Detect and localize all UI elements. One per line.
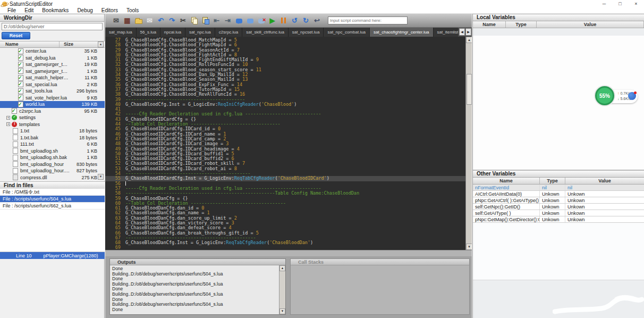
tree-item-111-txt[interactable]: 111.txt6 KB (0, 141, 105, 148)
tree-item-1-txt-bak[interactable]: 1.txt.bak18 bytes (0, 135, 105, 141)
open-folder-icon[interactable] (134, 16, 143, 25)
code-line-40[interactable]: 40G_ChaseBloodCfg.Inst = G_LogicEnv:ReqI… (105, 102, 465, 107)
tab-scroll-right-icon[interactable]: ▶ (465, 28, 471, 36)
cpu-gauge[interactable]: 55% (595, 86, 614, 105)
scroll-down-icon[interactable]: ▼ (466, 244, 472, 250)
cut-icon[interactable]: ✂ (179, 16, 188, 25)
undo-icon[interactable]: ↶ (156, 16, 165, 25)
speed-monitor-widget[interactable]: 55% ↑ 0.7K/s ↓ 5.6K/s (595, 86, 638, 106)
tab-sat_npcset-lua[interactable]: sat_npcset.lua (289, 28, 324, 37)
menu-tools[interactable]: Tools (122, 7, 143, 13)
editor-horizontal-scrollbar[interactable] (105, 250, 472, 256)
tab-sat_map-lua[interactable]: sat_map.lua (105, 28, 137, 37)
filetree-column-name[interactable]: Name (0, 41, 60, 47)
tree-item-bmt_uploadlog-sh-bak[interactable]: bmt_uploadlog.sh.bak1 KB (0, 154, 105, 161)
tree-scroll-up-icon[interactable]: ▲ (98, 41, 104, 47)
tree-item-bmt_uploadlog_hour-bak[interactable]: bmt_uploadlog_hour.bak827 bytes (0, 168, 105, 174)
tree-item-sat_gamejurger_t-[interactable]: sat_gamejurger_t…19 KB (0, 61, 105, 68)
tree-item-sat_tools-lua[interactable]: sat_tools.lua296 bytes (0, 88, 105, 95)
step-out-icon[interactable]: ↩ (312, 16, 321, 25)
mail-icon[interactable]: ✉ (145, 16, 154, 25)
step-into-icon[interactable]: ↻ (301, 16, 310, 25)
find-result[interactable]: File : /scripts/userfunc/662_s.lua (0, 203, 105, 210)
pause-icon[interactable] (279, 16, 288, 25)
scrollbar-thumb[interactable] (467, 74, 472, 105)
ov-column-name[interactable]: Name (473, 178, 540, 184)
tab-sat_chaosfightmgr_center-lua[interactable]: sat_chaosfightmgr_center.lua (370, 28, 434, 37)
run-icon[interactable]: ▶ (268, 16, 277, 25)
variable-row[interactable]: AICtrl:GetAIIntData(0)UnkownUnkown (473, 191, 644, 197)
redo-icon[interactable]: ↷ (167, 16, 176, 25)
copy-icon[interactable] (190, 16, 199, 25)
tree-item-sat_gamejurger_t-[interactable]: sat_gamejurger_t…1 KB (0, 68, 105, 75)
outputs-scroll-up-icon[interactable]: ▲ (279, 265, 285, 271)
menu-editors[interactable]: Editors (97, 7, 122, 13)
variable-row[interactable]: pNpc:GetMap():GetDirector():GetAI…Unkown… (473, 216, 644, 223)
tree-item-templates[interactable]: +templates (0, 121, 105, 128)
outputs-scroll-down-icon[interactable]: ▼ (279, 308, 285, 314)
variable-row[interactable]: pNpc:GetAICtrl( ):GetAIType()UnkownUnkow… (473, 197, 644, 204)
code-line-55[interactable]: 55G_ChaseBloodIDCardCfg.Inst = G_LogicEn… (105, 176, 465, 181)
lv-column-value[interactable]: Value (537, 21, 644, 28)
tab-sat_npc_combat-lua[interactable]: sat_npc_combat.lua (324, 28, 370, 37)
tab-c2srpc-lua[interactable]: c2srpc.lua (215, 28, 242, 37)
tree-item-c2srpc-lua[interactable]: c2srpc.lua95 KB (0, 108, 105, 115)
tab-scroll-left-icon[interactable]: ◀ (459, 28, 465, 36)
comment-bubble-icon[interactable] (234, 16, 243, 25)
tree-item-world-lua[interactable]: world.lua139 KB (0, 101, 105, 108)
tree-item-sat_debug-lua[interactable]: sat_debug.lua1 KB (0, 55, 105, 62)
menu-edit[interactable]: Edit (20, 7, 38, 13)
scroll-up-icon[interactable]: ▲ (466, 37, 472, 43)
bookmark-bubble-icon[interactable] (245, 16, 255, 25)
ov-column-value[interactable]: Value (565, 178, 644, 184)
indent-icon[interactable]: ⇥ (223, 16, 232, 25)
expand-icon[interactable]: + (6, 122, 10, 126)
tree-item-bmt_uploadlog_hour[interactable]: bmt_uploadlog_hour830 bytes (0, 161, 105, 168)
tree-item-sat_match_helper-[interactable]: sat_match_helper…11 KB (0, 74, 105, 81)
workingdir-input[interactable] (2, 23, 103, 30)
code-line-68[interactable]: 68G_ChaseBloodDanCfg.Inst = G_LogicEnv:R… (105, 240, 465, 245)
find-result[interactable]: File : /GM指令.txt (0, 189, 105, 196)
tree-item-compress-dll[interactable]: compress.dll275 KB (0, 174, 105, 181)
lv-column-name[interactable]: Name (473, 21, 506, 28)
close-button[interactable]: × (628, 0, 644, 7)
variable-row[interactable]: self:GetAIType( )UnkownUnkown (473, 210, 644, 216)
editor-vertical-scrollbar[interactable]: ▲ ▼ (465, 37, 472, 250)
variable-row[interactable]: nFormatEventIdnilnil (473, 185, 644, 191)
expand-icon[interactable]: + (6, 116, 10, 120)
save-icon[interactable]: ▦ (123, 16, 132, 25)
reset-button[interactable]: Reset (2, 32, 30, 39)
tab-56_s-lua[interactable]: 56_s.lua (137, 28, 160, 37)
step-over-icon[interactable]: ↺ (290, 16, 299, 25)
clear-breakpoints-icon[interactable] (257, 16, 266, 25)
lv-column-type[interactable]: Type (506, 21, 537, 28)
menu-bookmarks[interactable]: Bookmarks (38, 7, 73, 13)
ov-column-type[interactable]: Type (540, 178, 565, 184)
tree-item-1-txt[interactable]: 1.txt18 bytes (0, 128, 105, 135)
tree-item-sat_special-lua[interactable]: sat_special.lua2 KB (0, 81, 105, 88)
menu-file[interactable]: File (3, 7, 20, 13)
tree-item-center-lua[interactable]: center.lua35 KB (0, 48, 105, 55)
tab-sat_itemlist-lua[interactable]: sat_itemlist.lua (434, 28, 458, 37)
script-command-input[interactable] (328, 16, 408, 24)
minimize-button[interactable]: ─ (596, 0, 612, 7)
variable-row[interactable]: self:GetNpc():GetID()UnkownUnkown (473, 204, 644, 210)
tab-sat_npc-lua[interactable]: sat_npc.lua (185, 28, 215, 37)
menu-debug[interactable]: Debug (73, 7, 97, 13)
tree-item-sat_vote_helper-lua[interactable]: sat_vote_helper.lua9 KB (0, 95, 105, 102)
outputs-scrollbar[interactable]: ▲ ▼ (279, 265, 285, 314)
tree-scroll-down-icon[interactable]: ▼ (98, 174, 104, 180)
find-result[interactable]: File : /scripts/userfunc/504_s.lua (0, 196, 105, 203)
tree-item-settings[interactable]: +settings (0, 114, 105, 121)
code-editor[interactable]: 27G_ChaseBloodCfg.ChaseBlood_MatchMapId … (105, 37, 472, 250)
tab-sat_skill_ctrlfunc-lua[interactable]: sat_skill_ctrlfunc.lua (242, 28, 289, 37)
notification-icon[interactable] (628, 92, 636, 100)
paste-icon[interactable] (201, 16, 210, 25)
print-icon[interactable]: ✉ (112, 16, 121, 25)
tree-item-bmt_uploadlog-sh[interactable]: bmt_uploadlog.sh1 KB (0, 148, 105, 155)
outdent-icon[interactable]: ⇤ (212, 16, 221, 25)
tab-npcai-lua[interactable]: npcai.lua (160, 28, 185, 37)
maximize-button[interactable]: □ (612, 0, 628, 7)
code-line-69[interactable]: 69 (105, 245, 465, 250)
tree-item-label: bmt_uploadlog_hour.bak (20, 168, 72, 173)
